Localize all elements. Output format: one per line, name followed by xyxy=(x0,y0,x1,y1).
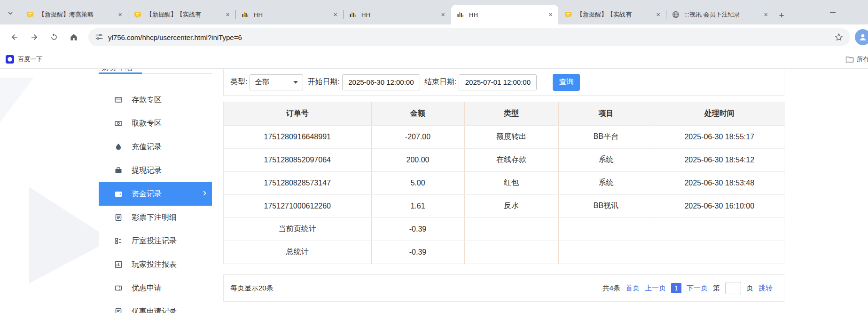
tab-close-icon[interactable]: ✕ xyxy=(762,11,770,19)
browser-tab-1[interactable]: 【新提醒】海燕策略✕ xyxy=(21,5,128,24)
table-body: 1751280916648991-207.00额度转出BB平台2025-06-3… xyxy=(224,125,785,264)
chevron-right-icon: › xyxy=(203,187,206,199)
table-cell: 1751280852097064 xyxy=(224,148,371,171)
table-cell: 5.00 xyxy=(371,171,464,194)
table-cell: 2025-06-30 18:54:12 xyxy=(654,148,785,171)
browser-tab-7[interactable]: :::视讯 会员下注纪录✕ xyxy=(666,5,774,24)
current-page-badge: 1 xyxy=(671,283,681,293)
tab-title: 【新提醒】海燕策略 xyxy=(39,10,113,19)
type-select[interactable]: 全部 xyxy=(250,74,303,90)
table-cell: -0.39 xyxy=(371,241,464,264)
tab-close-icon[interactable]: ✕ xyxy=(547,11,555,19)
watermark-triangle xyxy=(0,78,34,122)
total-count-text: 共4条 xyxy=(602,284,620,293)
home-button[interactable] xyxy=(65,29,82,46)
bookmark-baidu[interactable]: 百度一下 xyxy=(6,55,42,64)
start-date-input[interactable] xyxy=(342,74,420,90)
table-cell: 总统计 xyxy=(224,241,371,264)
table-cell xyxy=(654,241,785,264)
prev-page-link[interactable]: 上一页 xyxy=(645,284,666,293)
sidebar-item-funds-record[interactable]: 资金记录› xyxy=(99,182,212,206)
room-icon xyxy=(114,236,123,246)
tab-title: HH xyxy=(361,11,436,18)
table-cell xyxy=(464,241,558,264)
window-minimize-button[interactable] xyxy=(826,7,840,18)
sidebar-item-label: 厅室投注记录 xyxy=(132,236,177,246)
forward-button[interactable] xyxy=(26,29,43,46)
table-row: 17512808285731475.00红包系统2025-06-30 18:53… xyxy=(224,171,785,194)
jump-button[interactable]: 跳转 xyxy=(759,284,773,293)
end-date-input[interactable] xyxy=(459,74,537,90)
browser-tab-5-active[interactable]: HH✕ xyxy=(451,5,558,24)
browser-tab-2[interactable]: 【新提醒】【实战有✕ xyxy=(128,5,235,24)
table-cell: 1751280916648991 xyxy=(224,125,371,148)
table-cell: BB平台 xyxy=(558,125,654,148)
table-cell: 系统 xyxy=(558,148,654,171)
bookmark-star-icon[interactable] xyxy=(834,32,844,42)
table-cell: 额度转出 xyxy=(464,125,558,148)
address-bar[interactable]: yl756.com/hhcp/usercenter.html?iniType=6 xyxy=(88,28,850,46)
tab-close-icon[interactable]: ✕ xyxy=(116,11,124,19)
table-cell: BB视讯 xyxy=(558,194,654,217)
tab-close-icon[interactable]: ✕ xyxy=(654,11,662,19)
next-page-link[interactable]: 下一页 xyxy=(687,284,708,293)
table-cell: 1751271000612260 xyxy=(224,194,371,217)
column-header: 类型 xyxy=(464,102,558,125)
wave-favicon-icon xyxy=(457,11,464,18)
table-cell: 红包 xyxy=(464,171,558,194)
sidebar-item-withdraw-zone[interactable]: 取款专区 xyxy=(99,112,212,135)
sidebar-item-label: 提现记录 xyxy=(132,166,162,176)
column-header: 处理时间 xyxy=(654,102,785,125)
page-content: 财务中心 存款专区取款专区充值记录提现记录资金记录›彩票下注明细厅室投注记录玩家… xyxy=(0,69,868,313)
table-cell: 2025-06-30 18:53:48 xyxy=(654,171,785,194)
table-cell: 反水 xyxy=(464,194,558,217)
pager: 共4条 首页 上一页 1 下一页 第 页 跳转 xyxy=(602,282,773,294)
table-row: 1751280916648991-207.00额度转出BB平台2025-06-3… xyxy=(224,125,785,148)
table-row: 1751280852097064200.00在线存款系统2025-06-30 1… xyxy=(224,148,785,171)
browser-tab-4[interactable]: HH✕ xyxy=(344,5,451,24)
tab-title: HH xyxy=(469,11,544,18)
back-button[interactable] xyxy=(6,29,23,46)
site-settings-icon[interactable] xyxy=(95,33,103,41)
table-cell xyxy=(558,217,654,241)
tab-search-chevron-icon[interactable] xyxy=(5,8,16,19)
sidebar-item-deposit-zone[interactable]: 存款专区 xyxy=(99,88,212,112)
navigation-bar: yl756.com/hhcp/usercenter.html?iniType=6 xyxy=(0,24,868,50)
sidebar-item-promo-apply[interactable]: 优惠申请 xyxy=(99,276,212,300)
browser-tab-6[interactable]: 【新提醒】【实战有✕ xyxy=(559,5,666,24)
sidebar-divider xyxy=(99,73,212,74)
sidebar-item-label: 优惠申请 xyxy=(132,283,162,293)
sidebar-item-room-bet-record[interactable]: 厅室投注记录 xyxy=(99,229,212,253)
reload-button[interactable] xyxy=(46,29,63,46)
globe-favicon-icon xyxy=(672,11,680,18)
tab-close-icon[interactable]: ✕ xyxy=(439,11,447,19)
wave-favicon-icon xyxy=(349,11,357,18)
table-cell: 2025-06-30 18:55:17 xyxy=(654,125,785,148)
sidebar-item-lottery-bet-detail[interactable]: 彩票下注明细 xyxy=(99,206,212,229)
chevron-down-icon xyxy=(293,81,298,84)
profile-avatar[interactable] xyxy=(855,29,868,45)
sidebar-item-player-bet-report[interactable]: 玩家投注报表 xyxy=(99,253,212,276)
page-jump-input[interactable] xyxy=(725,282,741,294)
sidebar-item-label: 充值记录 xyxy=(132,142,162,152)
chat-favicon-icon xyxy=(26,11,34,18)
sidebar-section-title: 财务中心 xyxy=(102,69,133,72)
table-cell: 系统 xyxy=(558,171,654,194)
tab-close-icon[interactable]: ✕ xyxy=(331,11,339,19)
all-bookmarks-button[interactable]: 所有书签 xyxy=(845,50,868,69)
sidebar-active-underline xyxy=(99,72,142,74)
browser-tab-3[interactable]: HH✕ xyxy=(236,5,343,24)
new-tab-button[interactable]: + xyxy=(775,9,788,22)
deposit-icon xyxy=(114,95,123,104)
main-content: 类型: 全部 开始日期: 结束日期: 查询 xyxy=(223,69,784,302)
sidebar-item-promo-apply-record[interactable]: 优惠申请记录 xyxy=(99,300,212,313)
table-cell xyxy=(654,217,785,241)
first-page-link[interactable]: 首页 xyxy=(626,284,640,293)
search-button[interactable]: 查询 xyxy=(553,74,580,91)
table-cell: 200.00 xyxy=(371,148,464,171)
recharge-icon xyxy=(114,142,123,152)
table-cell: 2025-06-30 16:10:00 xyxy=(654,194,785,217)
tab-close-icon[interactable]: ✕ xyxy=(224,11,232,19)
sidebar-item-cashout-record[interactable]: 提现记录 xyxy=(99,159,212,182)
sidebar-item-recharge-record[interactable]: 充值记录 xyxy=(99,135,212,159)
